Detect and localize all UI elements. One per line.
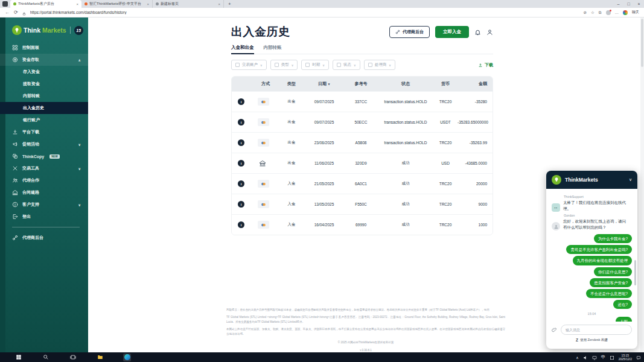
zendesk-footer[interactable]: Z 使用 Zendesk 构建 bbox=[546, 338, 637, 342]
tray-chevron-icon[interactable]: ∧ bbox=[576, 355, 578, 360]
minimize-button[interactable]: – bbox=[613, 2, 623, 6]
checkbox[interactable] bbox=[337, 63, 341, 67]
page-scrollbar[interactable] bbox=[640, 17, 644, 352]
info-icon[interactable]: i bbox=[238, 139, 244, 146]
file-explorer-icon[interactable] bbox=[96, 354, 104, 361]
header-cell[interactable]: 日期∨ bbox=[304, 81, 344, 87]
attachment-paperclip-icon[interactable] bbox=[552, 327, 557, 332]
tab-close-icon[interactable]: × bbox=[76, 2, 78, 6]
sidebar-item-1[interactable]: 资金存取∧ bbox=[0, 54, 88, 66]
tab-close-icon[interactable]: × bbox=[147, 2, 149, 6]
table-row[interactable]: i入金16/04/202569990成功TRC201000 bbox=[232, 214, 493, 235]
info-icon[interactable]: i bbox=[238, 160, 244, 167]
chat-scrollbar[interactable] bbox=[634, 260, 636, 285]
lock-icon[interactable] bbox=[22, 7, 26, 18]
browser-tab[interactable]: ThinkMarkets客户后台× bbox=[10, 0, 81, 8]
sidebar-item-9[interactable]: ThinkCopyNEW bbox=[0, 150, 88, 162]
task-view-icon[interactable] bbox=[69, 354, 77, 361]
sidebar-item-15[interactable]: 代理商后台 bbox=[0, 232, 88, 244]
chevron-down-icon[interactable]: ∨ bbox=[78, 203, 81, 207]
table-row[interactable]: i出金09/07/202550ECCtransaction.status.HOL… bbox=[232, 112, 493, 132]
action-center-icon[interactable] bbox=[636, 352, 641, 362]
filter-dropdown-4[interactable]: 处理商∨ bbox=[364, 60, 395, 70]
browser-tab[interactable]: 智汇ThinkMarkets评价-中文平台× bbox=[81, 0, 153, 8]
info-icon[interactable]: i bbox=[238, 201, 244, 208]
table-row[interactable]: i入金13/05/2025F550C成功TRC209000 bbox=[232, 194, 493, 214]
tab-internal-transfer[interactable]: 内部转账 bbox=[264, 45, 282, 54]
favorites-star-icon[interactable]: ☆ bbox=[591, 10, 595, 15]
table-row[interactable]: i出金09/07/2025337CCtransaction.status.HOL… bbox=[232, 91, 493, 112]
volume-icon[interactable] bbox=[583, 352, 588, 362]
type-cell: 出金 bbox=[279, 99, 304, 104]
filter-dropdown-2[interactable]: 时期∨ bbox=[301, 60, 329, 70]
menu-dots-icon[interactable]: … bbox=[615, 10, 619, 14]
chevron-down-icon[interactable]: ∨ bbox=[78, 142, 81, 147]
checkbox[interactable] bbox=[235, 63, 240, 67]
tab-close-icon[interactable]: × bbox=[218, 2, 220, 6]
agent-name: ThinkSupport bbox=[564, 195, 632, 198]
download-link[interactable]: 下载 bbox=[478, 62, 493, 68]
sidebar-item-6[interactable]: 银行账户 bbox=[0, 114, 88, 126]
thinkmarkets-logo[interactable]: ThinkMarkets 15 bbox=[0, 17, 88, 42]
sidebar-item-4[interactable]: 内部转账 bbox=[0, 90, 88, 102]
table-row[interactable]: i出金23/06/2025A5808transaction.status.HOL… bbox=[232, 132, 493, 153]
browser-tab[interactable]: 新建标签页× bbox=[153, 0, 224, 8]
copilot-label[interactable]: 聊天 bbox=[632, 10, 639, 15]
chat-message-input[interactable] bbox=[561, 325, 632, 335]
info-icon[interactable]: i bbox=[238, 221, 244, 228]
network-icon[interactable] bbox=[592, 352, 597, 362]
sidebar-item-14[interactable]: 登出 bbox=[0, 211, 88, 223]
chevron-down-icon[interactable]: ∨ bbox=[78, 167, 81, 171]
sidebar-item-5[interactable]: 出入金历史 bbox=[0, 102, 88, 114]
filter-dropdown-0[interactable]: 交易账户∨ bbox=[231, 60, 267, 70]
table-row[interactable]: i入金21/05/20256A0C1成功TRC2020000 bbox=[232, 173, 493, 194]
taskbar-clock[interactable]: 15:15 2025/12/2 bbox=[619, 354, 632, 361]
sidebar-item-13[interactable]: 客户支持∨ bbox=[0, 198, 88, 211]
chat-minimize-chevron-icon[interactable]: ∨ bbox=[629, 177, 632, 182]
sidebar-item-8[interactable]: 促销活动∨ bbox=[0, 138, 88, 150]
back-icon[interactable]: ← bbox=[5, 10, 10, 15]
maximize-button[interactable]: □ bbox=[623, 2, 634, 6]
checkbox[interactable] bbox=[368, 63, 372, 67]
tab-deposits-withdrawals[interactable]: 入金和出金 bbox=[231, 45, 254, 54]
start-button-icon[interactable] bbox=[14, 354, 22, 361]
info-icon[interactable]: i bbox=[238, 180, 244, 187]
sidebar-item-11[interactable]: 代理合作 bbox=[0, 174, 88, 186]
sidebar-item-label: 平台下载 bbox=[22, 129, 39, 135]
info-icon[interactable]: i bbox=[238, 119, 244, 125]
sidebar-item-12[interactable]: 合同规格 bbox=[0, 186, 88, 198]
sidebar-item-7[interactable]: 平台下载 bbox=[0, 126, 88, 138]
notifications-bell-icon[interactable] bbox=[474, 29, 481, 36]
edge-browser-icon[interactable] bbox=[123, 354, 131, 361]
filter-dropdown-3[interactable]: 状态∨ bbox=[333, 60, 360, 70]
filter-dropdown-1[interactable]: 类型∨ bbox=[270, 60, 298, 70]
checkbox[interactable] bbox=[305, 63, 310, 67]
refresh-icon[interactable]: ⟳ bbox=[14, 10, 18, 15]
chevron-up-icon[interactable]: ∧ bbox=[78, 58, 81, 62]
profile-avatar[interactable] bbox=[606, 10, 611, 15]
lightbulb-logo-icon bbox=[12, 25, 22, 35]
agent-portal-button[interactable]: 代理商后台 bbox=[389, 26, 430, 38]
sidebar-item-0[interactable]: 控制面板 bbox=[0, 42, 88, 54]
tracking-prevention-icon[interactable]: ⊘ bbox=[584, 10, 587, 15]
sidebar-item-2[interactable]: 存入资金 bbox=[0, 66, 88, 78]
handwriting-icon[interactable] bbox=[610, 352, 614, 362]
sidebar-item-label: 合同规格 bbox=[22, 189, 39, 195]
close-button[interactable]: × bbox=[634, 2, 644, 6]
chat-header[interactable]: ThinkMarkets ∨ bbox=[546, 171, 637, 189]
url-text[interactable]: https://portal.thinkmarkets.com/dashboar… bbox=[30, 10, 579, 14]
checkbox[interactable] bbox=[275, 63, 279, 67]
deposit-now-button[interactable]: 立即入金 bbox=[435, 26, 469, 38]
sidebar-item-10[interactable]: 交易工具∨ bbox=[0, 162, 88, 174]
ime-indicator[interactable]: 中 bbox=[601, 354, 605, 360]
account-person-icon[interactable] bbox=[486, 29, 493, 36]
search-icon[interactable] bbox=[42, 354, 49, 361]
info-icon[interactable]: i bbox=[238, 98, 244, 105]
new-tab-button[interactable]: + bbox=[224, 0, 235, 8]
collections-icon[interactable]: ⧉ bbox=[599, 10, 602, 15]
table-row[interactable]: i出金11/06/2025320D9成功USD-43685.0000 bbox=[232, 153, 493, 173]
copilot-icon[interactable] bbox=[623, 10, 628, 15]
workspaces-icon[interactable] bbox=[2, 1, 8, 7]
sidebar-item-3[interactable]: 提取资金 bbox=[0, 78, 88, 90]
sort-caret-icon[interactable]: ∨ bbox=[328, 82, 330, 86]
